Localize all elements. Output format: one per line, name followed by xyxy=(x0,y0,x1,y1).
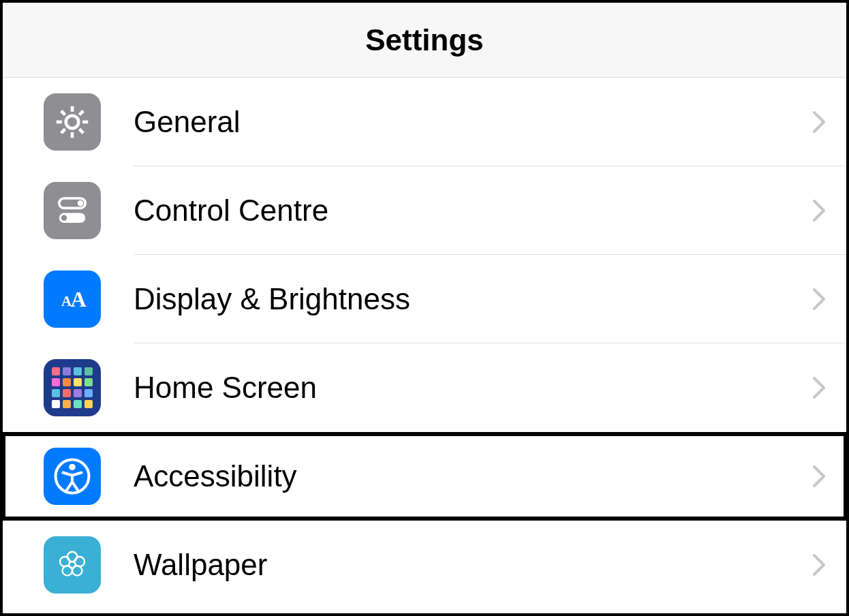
page-title: Settings xyxy=(365,23,484,57)
svg-line-5 xyxy=(61,111,65,115)
chevron-right-icon xyxy=(812,465,826,488)
svg-point-16 xyxy=(69,464,76,471)
chevron-right-icon xyxy=(812,553,826,576)
svg-point-0 xyxy=(66,116,79,129)
toggles-icon xyxy=(44,182,101,239)
settings-row-display-brightness[interactable]: A A Display & Brightness xyxy=(3,255,846,343)
svg-line-7 xyxy=(79,111,83,115)
chevron-right-icon xyxy=(812,110,826,134)
svg-line-6 xyxy=(79,129,83,133)
settings-row-general[interactable]: General xyxy=(3,78,846,166)
settings-row-accessibility[interactable]: Accessibility xyxy=(0,432,849,521)
settings-row-home-screen[interactable]: Home Screen xyxy=(3,343,846,432)
svg-point-22 xyxy=(69,561,76,568)
chevron-right-icon xyxy=(812,376,826,399)
settings-header: Settings xyxy=(3,3,846,78)
settings-row-label: Wallpaper xyxy=(134,548,812,582)
settings-row-control-centre[interactable]: Control Centre xyxy=(3,166,846,255)
settings-row-label: Accessibility xyxy=(134,459,812,493)
flower-icon xyxy=(44,536,101,594)
settings-row-label: General xyxy=(134,105,812,139)
settings-row-label: Control Centre xyxy=(134,194,812,228)
chevron-right-icon xyxy=(812,288,826,311)
settings-row-wallpaper[interactable]: Wallpaper xyxy=(3,521,846,609)
svg-text:A: A xyxy=(71,287,87,311)
accessibility-icon xyxy=(44,448,101,505)
svg-line-8 xyxy=(61,129,65,133)
settings-row-label: Home Screen xyxy=(134,371,812,405)
gear-icon xyxy=(44,93,101,151)
settings-row-label: Display & Brightness xyxy=(134,282,812,316)
home-grid-icon xyxy=(44,359,101,416)
chevron-right-icon xyxy=(812,199,826,222)
text-size-icon: A A xyxy=(44,271,101,328)
svg-point-10 xyxy=(78,200,83,206)
svg-point-12 xyxy=(61,215,67,221)
settings-list: General Control Centre A A D xyxy=(3,78,846,609)
